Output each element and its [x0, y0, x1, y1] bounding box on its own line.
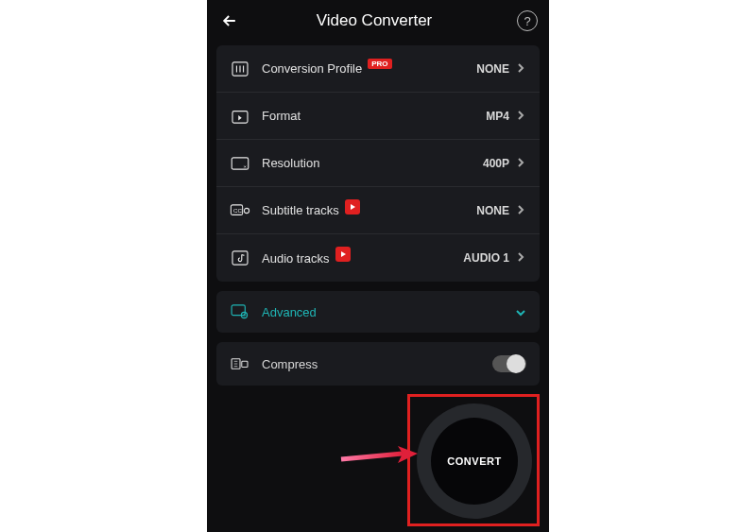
- format-icon: [230, 108, 250, 125]
- highlight-box: CONVERT: [407, 394, 540, 526]
- convert-label: CONVERT: [431, 418, 518, 505]
- row-value: MP4: [486, 110, 509, 123]
- convert-button[interactable]: CONVERT: [417, 403, 532, 519]
- row-label: Resolution: [262, 156, 483, 170]
- row-compress: Compress: [216, 342, 540, 386]
- page-title: Video Converter: [232, 11, 517, 30]
- row-label: Format: [262, 109, 486, 123]
- chevron-right-icon: [517, 249, 526, 266]
- chevron-down-icon: [515, 303, 526, 320]
- chevron-right-icon: [517, 202, 526, 219]
- row-resolution[interactable]: Resolution 400P: [216, 140, 540, 187]
- row-subtitle-tracks[interactable]: CC Subtitle tracks NONE: [216, 187, 540, 234]
- chevron-right-icon: [517, 155, 526, 172]
- subtitle-icon: CC: [230, 202, 250, 219]
- pro-badge: PRO: [368, 59, 391, 69]
- compress-icon: [230, 355, 250, 372]
- row-value: NONE: [476, 62, 509, 76]
- resolution-icon: [230, 155, 250, 172]
- sliders-icon: [230, 60, 250, 77]
- row-value: AUDIO 1: [463, 251, 509, 265]
- app-screen: Video Converter ? Conversion Profile PRO…: [207, 0, 549, 532]
- row-label: Conversion Profile PRO: [262, 61, 476, 76]
- play-badge-icon: [345, 199, 360, 215]
- row-label: Audio tracks: [262, 250, 463, 266]
- compress-toggle[interactable]: [492, 355, 526, 372]
- row-audio-tracks[interactable]: Audio tracks AUDIO 1: [216, 234, 540, 282]
- chevron-right-icon: [517, 108, 526, 125]
- row-label: Subtitle tracks: [262, 203, 476, 218]
- row-value: NONE: [476, 204, 509, 217]
- row-value: 400P: [483, 157, 509, 170]
- row-advanced[interactable]: Advanced: [216, 291, 540, 333]
- svg-rect-10: [242, 361, 248, 367]
- row-format[interactable]: Format MP4: [216, 93, 540, 140]
- row-label: Advanced: [262, 305, 515, 319]
- svg-text:CC: CC: [233, 206, 242, 213]
- chevron-right-icon: [517, 60, 526, 77]
- settings-list: Conversion Profile PRO NONE Format MP4: [216, 45, 540, 282]
- audio-icon: [230, 249, 250, 266]
- header: Video Converter ?: [207, 0, 549, 42]
- advanced-icon: [230, 303, 250, 320]
- row-conversion-profile[interactable]: Conversion Profile PRO NONE: [216, 45, 540, 93]
- svg-rect-7: [232, 305, 245, 316]
- play-badge-icon: [335, 247, 351, 262]
- toggle-knob: [507, 354, 525, 373]
- row-label: Compress: [262, 357, 492, 371]
- svg-point-5: [244, 208, 249, 213]
- help-button[interactable]: ?: [517, 10, 538, 31]
